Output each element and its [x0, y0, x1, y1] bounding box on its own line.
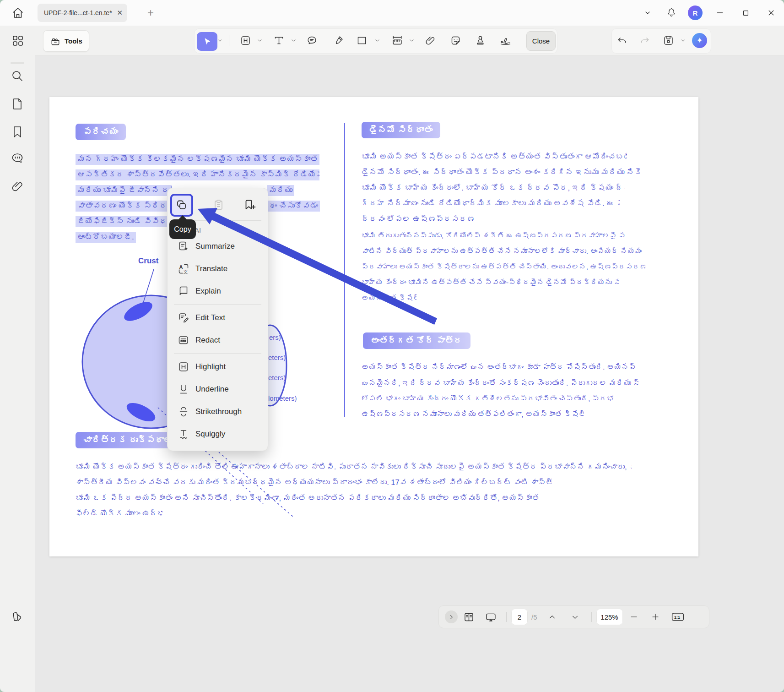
home-button[interactable] [11, 6, 25, 20]
copy-tooltip: Copy [169, 219, 196, 239]
bookmark-add-icon [243, 198, 257, 212]
highlight-tool-chevron[interactable] [257, 38, 263, 44]
body-text-line: భూమి యొక్క బాహ్య కేంద్రంలో. బాహ్య కోర్ ఒ… [362, 184, 625, 193]
body-text-line: ద్రవం లోపల ఉష్ణప్రసరణ ప్రవాహాలు. [362, 215, 478, 224]
menu-item-label: Summarize [195, 242, 235, 251]
app-window: UPDF-2-file...ct-1.en.te* ✕ + R [0, 0, 784, 692]
selected-text-line[interactable]: మరియు భూమిపై జీవాన్ని రక్షించడ [76, 185, 172, 196]
expand-controls-button[interactable] [445, 610, 458, 623]
menu-item-redact[interactable]: Redact [168, 329, 268, 351]
menu-item-explain[interactable]: Explain [168, 280, 268, 302]
clipboard-icon [211, 198, 225, 212]
notifications-bell-icon[interactable] [660, 0, 683, 26]
toolbox-icon [50, 36, 61, 47]
selected-text-line[interactable]: ఆసక్తికర శాస్త్రవేత్తలు. ఇది హానికరమైన క… [76, 169, 319, 180]
bookmarks-panel-icon[interactable] [11, 125, 24, 139]
zoom-in-button[interactable] [645, 613, 666, 621]
search-icon[interactable] [11, 69, 24, 83]
paste-button[interactable] [211, 198, 225, 212]
document-tab[interactable]: UPDF-2-file...ct-1.en.te* ✕ [38, 4, 127, 22]
body-text-line: డైనమో సిద్ధాంతం. ఈ సిద్ధాంతం యొక్క ప్రధా… [362, 168, 641, 177]
menu-item-label: Squiggly [195, 430, 225, 439]
body-text-line: భూమి ఒక పెద్ద అయస్కాంతం అని సూచిస్తోంది.… [76, 494, 542, 502]
copy-icon [175, 198, 189, 212]
select-tool-button[interactable] [197, 32, 217, 51]
attachment-tool-button[interactable] [422, 32, 439, 49]
redo-button[interactable] [636, 32, 653, 49]
close-editor-button[interactable]: Close [526, 31, 556, 51]
shape-tool-chevron[interactable] [374, 38, 380, 44]
shape-tool-button[interactable] [353, 32, 370, 49]
select-tool-chevron[interactable] [217, 38, 223, 44]
save-options-chevron[interactable] [680, 38, 686, 44]
collapse-toolbar-chevron[interactable] [636, 0, 660, 26]
measure-tool-chevron[interactable] [409, 38, 415, 44]
svg-text:文: 文 [184, 269, 188, 274]
attachments-panel-icon[interactable] [11, 180, 24, 193]
menu-item-strikethrough[interactable]: Strikethrough [168, 400, 268, 423]
save-button[interactable] [660, 32, 677, 49]
menu-item-squiggly[interactable]: Squiggly [168, 423, 268, 445]
body-text-line: లోపలి భాగం బాహ్య కేంద్రం యొక్క గతిశీలతను… [362, 395, 613, 403]
body-text-line: అయస్కాంత క్షేత్రం. [362, 294, 416, 302]
selected-text-line[interactable]: ఆంట్రోబయాలజీ. [76, 232, 136, 243]
text-tool-button[interactable] [270, 32, 287, 49]
translate-icon: A文 [178, 263, 189, 275]
new-tab-button[interactable]: + [147, 7, 154, 19]
redact-icon [178, 334, 189, 346]
zoom-level-input[interactable]: 125% [596, 609, 623, 625]
user-avatar[interactable]: R [688, 5, 703, 20]
tools-label: Tools [65, 37, 82, 45]
left-sidebar [0, 55, 35, 692]
svg-text:1:1: 1:1 [674, 615, 680, 620]
selected-text-fragment[interactable]: థం చేసుకోవడం [267, 201, 320, 212]
body-text-line: ఘనమైనది, ఇది ద్రవ బాహ్య కేంద్రంతో సంకర్ష… [362, 379, 638, 387]
comments-panel-icon[interactable] [11, 152, 24, 165]
page-number-input[interactable]: 2 [511, 609, 528, 625]
apps-grid-icon[interactable] [11, 34, 25, 48]
menu-item-underline[interactable]: Underline [168, 378, 268, 400]
tab-close-icon[interactable]: ✕ [117, 9, 123, 17]
sticker-tool-button[interactable] [447, 32, 464, 49]
copy-button[interactable] [170, 194, 193, 217]
close-window-button[interactable] [758, 0, 784, 26]
actual-size-button[interactable]: 1:1 [666, 611, 690, 622]
menu-item-highlight[interactable]: Highlight [168, 355, 268, 378]
stamp-tool-button[interactable] [472, 32, 489, 49]
minimize-button[interactable] [707, 0, 733, 26]
pen-tool-button[interactable] [330, 32, 347, 49]
measure-tool-button[interactable] [389, 32, 406, 49]
body-text-line: భూమి యొక్క అయస్కాంత క్షేత్రం గురించి తొల… [76, 463, 632, 471]
next-page-button[interactable] [564, 613, 587, 621]
theme-palette-icon[interactable] [11, 610, 24, 623]
sidebar-handle[interactable] [11, 62, 24, 64]
add-bookmark-button[interactable] [243, 198, 257, 212]
selected-text-fragment[interactable]: మరియు [267, 185, 294, 196]
maximize-button[interactable] [733, 0, 758, 26]
selected-text-line[interactable]: వాతావరణం యొక్క స్థిరత్వాన్ని [76, 201, 172, 212]
comment-tool-button[interactable] [303, 32, 320, 49]
menu-divider [174, 353, 261, 354]
highlight-tool-button[interactable] [237, 32, 254, 49]
undo-button[interactable] [613, 32, 630, 49]
selected-text-line[interactable]: జియోఫిజిక్స్ నుండి వివిధ శాస్త్ర [76, 216, 172, 227]
svg-text:A: A [179, 264, 183, 270]
selected-text-line[interactable]: మన గ్రహం యొక్క కీలకమైన లక్షణమైన భూమి యొక… [76, 154, 319, 165]
text-tool-chevron[interactable] [291, 38, 297, 44]
tools-button[interactable]: Tools [43, 30, 89, 52]
menu-item-translate[interactable]: A文 Translate [168, 257, 268, 280]
previous-page-button[interactable] [541, 613, 564, 621]
strikethrough-icon [178, 406, 189, 418]
presentation-mode-icon[interactable] [480, 611, 502, 623]
cursor-icon [203, 37, 212, 46]
ai-assistant-icon[interactable]: ✦ [692, 33, 707, 48]
two-page-view-icon[interactable] [458, 611, 480, 623]
column-divider [344, 123, 345, 417]
signature-tool-button[interactable] [497, 32, 514, 49]
body-text-line: వాటిని విద్యుత్ ప్రవాహాలను ఉత్పత్తి చేసే… [362, 247, 644, 256]
section-heading-dynamo: డైనమో సిద్ధాంతం [362, 122, 440, 138]
pages-panel-icon[interactable] [11, 97, 24, 111]
highlight-icon [178, 361, 189, 373]
zoom-out-button[interactable] [623, 613, 645, 621]
menu-item-edit-text[interactable]: Edit Text [168, 306, 268, 329]
